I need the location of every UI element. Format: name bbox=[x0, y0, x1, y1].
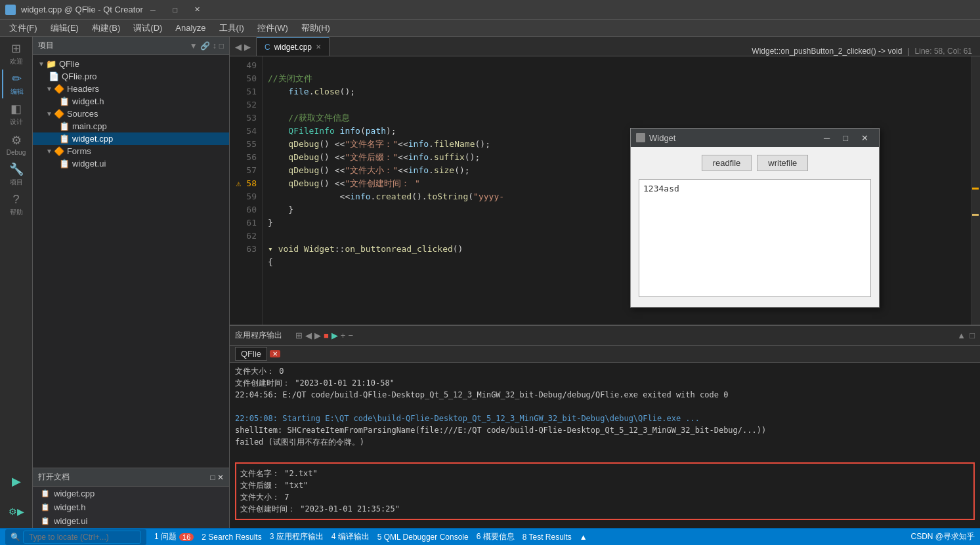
status-search[interactable]: 2 Search Results bbox=[202, 533, 261, 542]
tree-item-qflie-root-label: QFlie bbox=[59, 59, 79, 69]
line-56: 56 bbox=[230, 151, 262, 164]
line-60: 60 bbox=[230, 203, 262, 216]
output-line-empty2 bbox=[235, 448, 975, 460]
tree-item-forms[interactable]: ▼ 🔶 Forms bbox=[33, 145, 229, 157]
editor-scrollbar[interactable] bbox=[971, 56, 980, 325]
menu-build[interactable]: 构建(B) bbox=[85, 21, 127, 35]
output-ctrl-stop[interactable]: ■ bbox=[324, 331, 329, 340]
output-app-tab[interactable]: QFlie bbox=[235, 347, 267, 361]
readfile-button[interactable]: readfile bbox=[702, 155, 752, 171]
sidebar-item-debug-run[interactable]: ⚙▶ bbox=[2, 498, 31, 527]
maximize-button[interactable]: □ bbox=[165, 0, 185, 20]
scroll-marker-1 bbox=[972, 188, 979, 190]
open-docs-header: 打开文档 □ ✕ bbox=[33, 468, 229, 487]
left-sidebar: ⊞ 欢迎 ✏ 编辑 ◧ 设计 ⚙ Debug 🔧 项目 ? 帮助 ▶ ⚙▶ bbox=[0, 37, 33, 528]
sidebar-item-edit-label: 编辑 bbox=[11, 87, 24, 96]
tree-item-widget-h-label: widget.h bbox=[72, 96, 104, 106]
widget-title-text: Widget bbox=[649, 133, 675, 143]
menu-analyze[interactable]: Analyze bbox=[169, 22, 212, 34]
status-app-output[interactable]: 3 应用程序输出 bbox=[270, 531, 324, 542]
minimize-button[interactable]: ─ bbox=[143, 0, 163, 20]
open-doc-widget-h[interactable]: 📋 widget.h bbox=[33, 500, 229, 514]
sidebar-item-debug[interactable]: ⚙ Debug bbox=[2, 130, 31, 159]
file-cpp-selected-icon: 📋 bbox=[59, 134, 70, 144]
position-indicator: | bbox=[907, 47, 909, 56]
tree-item-widget-h[interactable]: 📋 widget.h bbox=[33, 95, 229, 108]
tree-item-widget-cpp[interactable]: 📋 widget.cpp bbox=[33, 132, 229, 145]
open-doc-widget-cpp[interactable]: 📋 widget.cpp bbox=[33, 487, 229, 500]
widget-close-button[interactable]: ✕ bbox=[856, 132, 874, 144]
headers-folder-icon: 🔶 bbox=[54, 84, 64, 94]
problems-badge: 16 bbox=[179, 533, 194, 541]
tab-widget-cpp[interactable]: C widget.cpp ✕ bbox=[257, 37, 330, 56]
editor-tab-bar: ◀ ▶ C widget.cpp ✕ Widget::on_pushButton… bbox=[230, 37, 980, 56]
tree-ctrl-close[interactable]: □ bbox=[219, 41, 224, 50]
sidebar-item-help[interactable]: ? 帮助 bbox=[2, 190, 31, 219]
line-50: 50 bbox=[230, 72, 262, 85]
project-tree-header-label: 项目 bbox=[38, 40, 54, 51]
menu-file[interactable]: 文件(F) bbox=[3, 21, 44, 35]
tree-arrow-headers: ▼ bbox=[46, 85, 53, 92]
nav-forward[interactable]: ▶ bbox=[244, 42, 251, 52]
output-red-box: 文件名字： "2.txt" 文件后缀： "txt" 文件大小： 7 文件创建时间… bbox=[235, 462, 975, 520]
status-problems[interactable]: 1 问题 16 bbox=[154, 531, 194, 542]
menu-tools[interactable]: 工具(I) bbox=[213, 21, 251, 35]
widget-window: Widget ─ □ ✕ readfile writefile 1234asd bbox=[630, 128, 880, 308]
output-line-shell: shellItem: SHCreateItemFromParsingName(f… bbox=[235, 424, 975, 436]
locate-input[interactable] bbox=[23, 531, 141, 544]
tree-ctrl-filter[interactable]: ▼ bbox=[190, 41, 198, 50]
menubar: 文件(F) 编辑(E) 构建(B) 调试(D) Analyze 工具(I) 控件… bbox=[0, 20, 980, 37]
output-maximize[interactable]: ▲ bbox=[957, 331, 966, 340]
tree-item-sources[interactable]: ▼ 🔶 Sources bbox=[33, 108, 229, 120]
tree-ctrl-link[interactable]: 🔗 bbox=[200, 41, 210, 50]
output-ctrl-remove[interactable]: − bbox=[348, 331, 353, 340]
sidebar-item-design[interactable]: ◧ 设计 bbox=[2, 100, 31, 129]
output-ctrl-left[interactable]: ◀ bbox=[305, 331, 312, 340]
open-docs-ctrl[interactable]: □ bbox=[210, 473, 215, 482]
output-ctrl-run[interactable]: ▶ bbox=[331, 331, 338, 340]
status-summary[interactable]: 6 概要信息 bbox=[477, 531, 515, 542]
writefile-button[interactable]: writefile bbox=[757, 155, 808, 171]
right-info-text: CSDN @寻求知乎 bbox=[910, 531, 975, 542]
output-ctrl-add[interactable]: + bbox=[341, 331, 346, 340]
status-qml[interactable]: 5 QML Debugger Console bbox=[377, 533, 469, 542]
nav-back[interactable]: ◀ bbox=[235, 42, 242, 52]
run-icon: ▶ bbox=[12, 474, 21, 489]
menu-widgets[interactable]: 控件(W) bbox=[251, 21, 295, 35]
output-expand[interactable]: □ bbox=[969, 331, 975, 340]
open-docs-close[interactable]: ✕ bbox=[217, 473, 224, 482]
tab-close-icon[interactable]: ✕ bbox=[316, 43, 321, 50]
tree-item-main-cpp[interactable]: 📋 main.cpp bbox=[33, 120, 229, 132]
output-ctrl-right[interactable]: ▶ bbox=[314, 331, 321, 340]
tree-ctrl-sync[interactable]: ↕ bbox=[213, 41, 217, 50]
status-compile[interactable]: 4 编译输出 bbox=[331, 531, 370, 542]
debug-icon: ⚙ bbox=[11, 133, 22, 148]
sidebar-item-project[interactable]: 🔧 项目 bbox=[2, 160, 31, 189]
sources-folder-icon: 🔶 bbox=[54, 109, 64, 119]
tree-item-qflie-pro[interactable]: 📄 QFlie.pro bbox=[33, 70, 229, 83]
tree-item-widget-ui[interactable]: 📋 widget.ui bbox=[33, 157, 229, 170]
line-58-warn: ⚠ 58 bbox=[230, 177, 262, 190]
tree-item-headers[interactable]: ▼ 🔶 Headers bbox=[33, 83, 229, 95]
open-doc-widget-ui[interactable]: 📋 widget.ui bbox=[33, 514, 229, 528]
sidebar-item-edit[interactable]: ✏ 编辑 bbox=[2, 70, 31, 98]
project-icon: 🔧 bbox=[9, 162, 24, 176]
menu-debug[interactable]: 调试(D) bbox=[127, 21, 169, 35]
sidebar-item-welcome[interactable]: ⊞ 欢迎 bbox=[2, 39, 31, 68]
status-arrow[interactable]: ▲ bbox=[580, 533, 587, 542]
close-button[interactable]: ✕ bbox=[188, 0, 207, 20]
status-test[interactable]: 8 Test Results bbox=[522, 533, 572, 542]
menu-edit[interactable]: 编辑(E) bbox=[44, 21, 85, 35]
output-line-3: 22:04:56: E:/QT code/build-QFlie-Desktop… bbox=[235, 389, 975, 401]
widget-maximize-button[interactable]: □ bbox=[838, 132, 853, 144]
output-ctrl-stream[interactable]: ⊞ bbox=[295, 331, 303, 340]
statusbar: 🔍 1 问题 16 2 Search Results 3 应用程序输出 4 编译… bbox=[0, 528, 980, 545]
output-app-tab-close[interactable]: ✕ bbox=[270, 350, 280, 357]
widget-text-area[interactable]: 1234asd bbox=[639, 179, 871, 297]
output-created-line: 文件创建时间： "2023-01-01 21:35:25" bbox=[240, 503, 969, 515]
sidebar-item-run[interactable]: ▶ bbox=[2, 468, 31, 496]
output-line-start: 22:05:08: Starting E:\QT code\build-QFli… bbox=[235, 413, 975, 424]
tree-item-qflie-root[interactable]: ▼ 📁 QFlie bbox=[33, 58, 229, 70]
menu-help[interactable]: 帮助(H) bbox=[295, 21, 337, 35]
widget-minimize-button[interactable]: ─ bbox=[819, 132, 835, 144]
